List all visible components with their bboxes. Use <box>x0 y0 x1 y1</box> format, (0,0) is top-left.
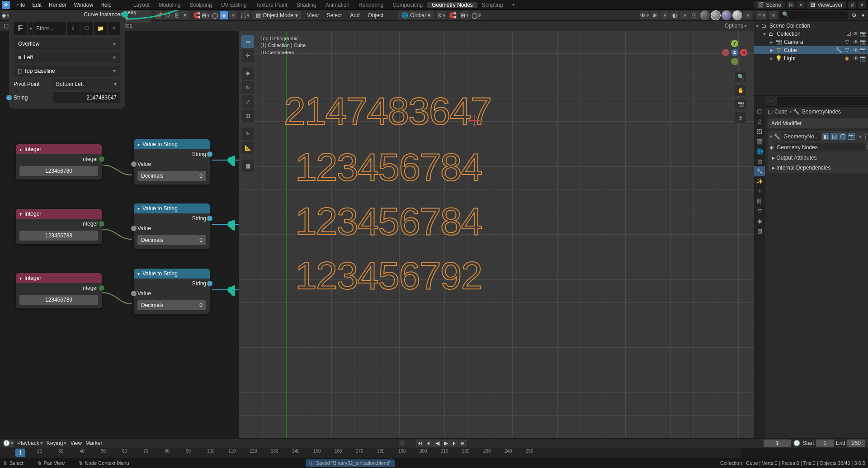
props-mod-name[interactable]: GeometryNodes <box>802 109 841 115</box>
hide-toggle[interactable]: 👁 <box>853 31 859 37</box>
disable-toggle[interactable]: 📷 <box>860 47 866 53</box>
hide-toggle[interactable]: 👁 <box>853 47 859 53</box>
shading-solid[interactable] <box>711 10 721 20</box>
proptab-scene[interactable]: 🎬 <box>754 137 765 147</box>
outliner-search[interactable]: 🔍 <box>779 11 848 19</box>
output-attributes-panel[interactable]: ▸ Output Attributes <box>768 153 868 163</box>
hide-toggle[interactable]: 👁 <box>853 39 859 45</box>
overlay-toggle-vp[interactable]: ◐ <box>670 11 679 19</box>
workspace-layout[interactable]: Layout <box>129 2 154 8</box>
string-to-curves-node[interactable]: Curve Instances F Bfont... 4 🛡 📁 × Overf… <box>9 10 125 109</box>
outliner-cube[interactable]: ▸▽ Cube 🔧 ▽ 👁📷 <box>754 46 868 54</box>
timeline-keying[interactable]: Keying <box>47 440 67 446</box>
vp-menu-view[interactable]: View <box>304 12 321 19</box>
zoom-icon[interactable]: 🔍 <box>735 71 746 82</box>
tool-rotate[interactable]: ↻ <box>241 81 254 94</box>
proptab-physics[interactable]: ⚛ <box>754 186 765 196</box>
tool-move[interactable]: ✥ <box>241 67 254 80</box>
socket-integer-out[interactable] <box>99 285 104 291</box>
shading-wireframe[interactable] <box>700 10 710 20</box>
font-open[interactable]: 📁 <box>94 22 107 35</box>
proptab-material[interactable]: ◉ <box>754 216 765 226</box>
outliner-display[interactable] <box>769 11 778 19</box>
proptab-modifier[interactable]: 🔧 <box>754 166 765 176</box>
modifier-realtime-toggle[interactable]: 🖵 <box>839 133 846 140</box>
tool-transform[interactable]: ⊞ <box>241 109 254 122</box>
decimals-field[interactable]: 0 <box>199 237 203 243</box>
gizmo-x[interactable]: X <box>740 49 747 56</box>
playhead[interactable]: 1 <box>15 449 25 457</box>
pivot-dropdown[interactable]: Bottom Left ▾ <box>52 79 120 90</box>
options-dropdown[interactable]: Options <box>721 22 750 30</box>
keyframe-prev[interactable]: ⏴ <box>425 440 433 447</box>
value-to-string-node-3[interactable]: ▾Value to String String Value Decimals0 <box>134 269 210 314</box>
play-reverse[interactable]: ◀ <box>433 440 441 447</box>
modifier-extras[interactable] <box>856 133 863 140</box>
integer-node-2[interactable]: ▾Integer Integer 123456788 <box>16 209 102 244</box>
proptab-data[interactable]: ▽ <box>754 206 765 216</box>
internal-dependencies-panel[interactable]: ▸ Internal Dependencies <box>768 163 868 173</box>
jump-end[interactable]: ⏭ <box>459 440 467 447</box>
timeline-marker[interactable]: Marker <box>85 440 102 446</box>
scene-new[interactable]: ⎘ <box>787 1 795 9</box>
menu-render[interactable]: Render <box>45 2 70 8</box>
gizmo-y[interactable]: Y <box>731 40 738 47</box>
tool-select-box[interactable]: ▭ <box>241 35 254 48</box>
viewlayer-selector[interactable]: 🖼ViewLayer <box>807 1 846 9</box>
disable-toggle[interactable]: 📷 <box>860 55 866 61</box>
modifier-collapse[interactable]: ▾ <box>769 133 772 140</box>
exclude-toggle[interactable]: ☑ <box>845 31 852 37</box>
workspace-scripting[interactable]: Scripting <box>477 2 508 8</box>
timeline-playback[interactable]: Playback <box>17 440 43 446</box>
workspace-shading[interactable]: Shading <box>292 2 321 8</box>
workspace-geometrynodes[interactable]: Geometry Nodes <box>427 2 477 8</box>
outliner-collection[interactable]: ▾🗀 Collection ☑👁📷 <box>754 30 868 38</box>
scene-delete[interactable]: × <box>797 1 805 9</box>
proptab-particles[interactable]: ✨ <box>754 176 765 186</box>
proptab-constraints[interactable]: ⛓ <box>754 196 765 206</box>
tool-measure[interactable]: 📐 <box>241 142 254 154</box>
gizmo-dropdown[interactable] <box>660 11 669 19</box>
xray-toggle[interactable]: ⊡ <box>690 11 699 19</box>
align-y-dropdown[interactable]: ⎕Top Baseline▾ <box>14 65 120 77</box>
socket-value-in[interactable] <box>131 226 137 231</box>
perspective-icon[interactable]: ⊞ <box>735 112 746 123</box>
menu-file[interactable]: File <box>13 2 28 8</box>
overlay-dropdown-vp[interactable] <box>680 11 689 19</box>
gizmo-z[interactable]: Z <box>731 49 738 56</box>
menu-window[interactable]: Window <box>70 2 97 8</box>
modifier-name-field[interactable]: GeometryNo... <box>782 132 821 141</box>
disable-toggle[interactable]: 📷 <box>860 39 866 45</box>
font-fakeuser[interactable]: 🛡 <box>80 22 93 35</box>
proptab-object[interactable]: ▦ <box>754 156 765 166</box>
camera-icon[interactable]: 📷 <box>735 99 746 109</box>
outliner-new-coll[interactable]: ▾ <box>860 12 866 19</box>
proportional-edit[interactable]: ◯ <box>472 11 481 19</box>
gizmo-neg-x[interactable] <box>722 49 729 56</box>
hide-toggle[interactable]: 👁 <box>853 55 859 61</box>
mode-dropdown[interactable]: ▦Object Mode▾ <box>252 11 302 19</box>
font-unlink[interactable]: × <box>108 22 120 35</box>
proptab-world[interactable]: 🌐 <box>754 147 765 156</box>
outliner-scene-collection[interactable]: ▾🗀 Scene Collection <box>754 22 868 30</box>
props-obj-name[interactable]: Cube <box>774 109 788 115</box>
workspace-modeling[interactable]: Modeling <box>154 2 185 8</box>
viewlayer-new[interactable]: ⎘ <box>848 1 856 9</box>
string-value-field[interactable]: 2147483647 <box>53 92 120 103</box>
socket-curve-instances[interactable] <box>122 11 128 18</box>
scene-selector[interactable]: 🎬Scene <box>754 1 785 9</box>
pivot-dropdown[interactable]: ⊙ <box>437 11 446 19</box>
snap-type-vp[interactable]: ⊞ <box>460 11 469 19</box>
modifier-editmode-toggle[interactable]: ▤ <box>830 133 838 140</box>
integer-node-1[interactable]: ▾Integer Integer 123456780 <box>16 144 102 180</box>
menu-edit[interactable]: Edit <box>28 2 45 8</box>
outliner-light[interactable]: ▸💡 Light ◉ 👁📷 <box>754 54 868 62</box>
value-to-string-node-2[interactable]: ▾Value to String String Value Decimals0 <box>134 203 210 249</box>
gizmo-neg-y[interactable] <box>731 58 738 65</box>
timeline-view[interactable]: View <box>70 440 82 446</box>
proptab-output[interactable]: 🖨 <box>754 117 765 127</box>
viewport-editor-type[interactable]: ⬚ <box>241 11 250 19</box>
vp-menu-object[interactable]: Object <box>365 12 387 19</box>
visibility-dropdown[interactable]: 👁 <box>640 11 649 19</box>
socket-integer-out[interactable] <box>99 156 104 162</box>
